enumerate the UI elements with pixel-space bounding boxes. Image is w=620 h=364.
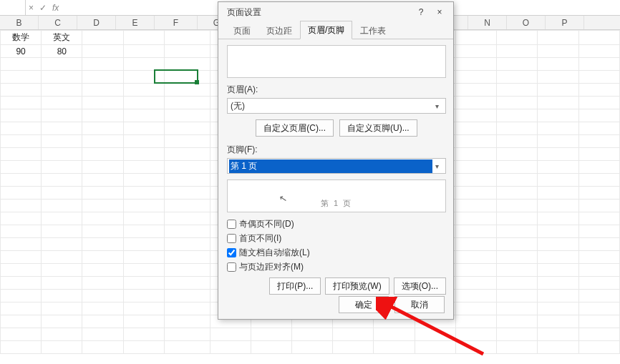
col-header-F[interactable]: F (155, 16, 198, 29)
options-button[interactable]: 选项(O)... (394, 277, 446, 295)
fx-icon[interactable]: fx (52, 3, 59, 13)
chk-label: 奇偶页不同(D) (239, 218, 294, 230)
col-header-P[interactable]: P (546, 16, 584, 29)
print-button[interactable]: 打印(P)... (269, 277, 321, 295)
cell[interactable] (164, 31, 210, 45)
footer-dropdown[interactable]: 第 1 页 ▾ (227, 158, 446, 174)
cancel-button[interactable]: 取消 (394, 296, 445, 313)
chk-label: 与页边距对齐(M) (239, 261, 304, 273)
chk-label: 首页不同(I) (239, 232, 281, 245)
name-box[interactable] (0, 0, 26, 15)
chevron-down-icon: ▾ (431, 102, 442, 110)
col-header-D[interactable]: D (77, 16, 116, 29)
footer-preview-text: 第 1 页 (321, 198, 352, 209)
footer-preview: ↖ 第 1 页 (227, 179, 446, 212)
col-header-B[interactable]: B (0, 16, 39, 29)
checkbox[interactable] (227, 248, 236, 257)
chk-align-margins[interactable]: 与页边距对齐(M) (227, 261, 446, 273)
dialog-title: 页面设置 (227, 6, 412, 19)
footer-dropdown-value: 第 1 页 (229, 159, 432, 173)
footer-label: 页脚(F): (227, 144, 446, 156)
col-header-E[interactable]: E (116, 16, 155, 29)
fb-enter-icon[interactable]: ✓ (39, 3, 47, 13)
cell[interactable]: 数学 (1, 31, 42, 45)
fb-cancel-icon[interactable]: × (29, 3, 34, 13)
cell[interactable]: 英文 (42, 31, 82, 45)
chk-label: 随文档自动缩放(L) (239, 247, 310, 259)
dialog-titlebar[interactable]: 页面设置 ? × (218, 2, 453, 22)
checkbox[interactable] (227, 220, 236, 229)
tab-sheet[interactable]: 工作表 (352, 21, 394, 39)
chevron-down-icon: ▾ (431, 162, 442, 170)
tab-header-footer[interactable]: 页眉/页脚 (300, 21, 352, 39)
chk-diff-first[interactable]: 首页不同(I) (227, 232, 446, 245)
page-setup-dialog: 页面设置 ? × 页面 页边距 页眉/页脚 工作表 页眉(A): (无) ▾ 自… (218, 1, 454, 320)
custom-header-button[interactable]: 自定义页眉(C)... (256, 119, 334, 137)
checkbox[interactable] (227, 262, 236, 272)
cell[interactable]: 80 (42, 45, 82, 58)
cell[interactable] (123, 31, 164, 45)
ok-button[interactable]: 确定 (339, 296, 389, 313)
print-preview-button[interactable]: 打印预览(W) (325, 277, 389, 295)
close-button[interactable]: × (430, 4, 449, 20)
chk-scale-with-doc[interactable]: 随文档自动缩放(L) (227, 247, 446, 259)
cell[interactable]: 90 (1, 45, 42, 58)
custom-footer-button[interactable]: 自定义页脚(U)... (339, 119, 417, 137)
col-header-C[interactable]: C (39, 16, 77, 29)
help-button[interactable]: ? (412, 4, 430, 20)
header-dropdown[interactable]: (无) ▾ (227, 98, 446, 114)
col-header-N[interactable]: N (468, 16, 507, 29)
tab-margins[interactable]: 页边距 (258, 21, 300, 39)
dialog-tabs: 页面 页边距 页眉/页脚 工作表 (218, 22, 453, 39)
tab-page[interactable]: 页面 (226, 21, 258, 39)
header-preview (227, 45, 446, 78)
header-dropdown-value: (无) (231, 100, 431, 112)
header-label: 页眉(A): (227, 84, 446, 96)
cursor-icon: ↖ (278, 192, 290, 205)
cell[interactable] (82, 31, 123, 45)
col-header-O[interactable]: O (507, 16, 546, 29)
chk-diff-odd-even[interactable]: 奇偶页不同(D) (227, 218, 446, 230)
checkbox[interactable] (227, 234, 236, 243)
